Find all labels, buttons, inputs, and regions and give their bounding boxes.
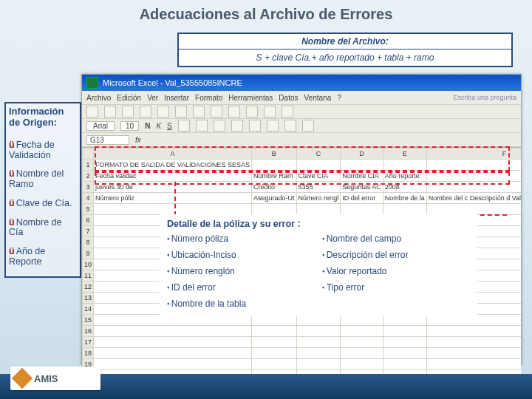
cell[interactable]: 5355 — [296, 182, 341, 193]
cell[interactable] — [383, 359, 426, 370]
underline-icon[interactable]: S — [167, 122, 172, 130]
cell[interactable] — [426, 171, 521, 182]
bold-icon[interactable]: N — [145, 122, 150, 130]
col-header[interactable]: B — [252, 149, 297, 160]
cell[interactable] — [296, 160, 341, 171]
row-header[interactable]: 16 — [83, 326, 94, 337]
cell[interactable] — [94, 326, 252, 337]
col-header[interactable]: A — [94, 149, 252, 160]
col-header[interactable]: D — [341, 149, 383, 160]
cell[interactable] — [341, 359, 383, 370]
align-left-icon[interactable] — [178, 120, 190, 132]
cell[interactable] — [426, 204, 521, 215]
cell[interactable] — [296, 326, 341, 337]
row-header[interactable]: 7 — [83, 226, 94, 237]
cell[interactable]: 2008 — [383, 182, 426, 193]
excel-toolbar-format[interactable]: Arial 10 N K S — [82, 119, 521, 133]
cell[interactable] — [252, 359, 297, 370]
save-icon[interactable] — [122, 106, 134, 117]
row-header[interactable]: 2 — [83, 171, 94, 182]
menu-item[interactable]: Edición — [117, 94, 141, 102]
cell[interactable] — [383, 160, 426, 171]
cell[interactable] — [426, 359, 521, 370]
menu-item[interactable]: ? — [337, 94, 341, 102]
row-header[interactable]: 9 — [83, 248, 94, 259]
col-header[interactable]: E — [383, 149, 426, 160]
cell[interactable] — [426, 160, 521, 171]
cell[interactable] — [341, 348, 383, 359]
cell[interactable] — [252, 337, 297, 348]
menu-item[interactable]: Insertar — [164, 94, 189, 102]
cell[interactable]: Número rengl — [296, 193, 341, 204]
select-all-corner[interactable] — [83, 149, 94, 160]
copy-icon[interactable] — [175, 106, 187, 117]
new-icon[interactable] — [86, 106, 98, 117]
cell[interactable] — [94, 348, 252, 359]
cell[interactable]: Nombre del c Descripción d Valor reporta… — [426, 193, 521, 204]
row-header[interactable]: 3 — [83, 182, 94, 193]
cell[interactable]: Seguritas AC — [341, 182, 383, 193]
cell[interactable]: ID del error — [341, 193, 383, 204]
cell[interactable] — [94, 337, 252, 348]
row-header[interactable]: 14 — [83, 304, 94, 315]
cell[interactable]: FORMATO DE SALIDA DE VALIDACIONES SESAS — [94, 160, 252, 171]
chart-icon[interactable] — [282, 106, 293, 117]
row-header[interactable]: 6 — [83, 215, 94, 226]
help-search[interactable]: Escriba una pregunta — [453, 94, 516, 101]
row-header[interactable]: 5 — [83, 204, 94, 215]
cell[interactable] — [426, 348, 521, 359]
cell[interactable] — [383, 348, 426, 359]
cell[interactable]: Asegurado-Ut — [252, 193, 297, 204]
menu-item[interactable]: Ventana — [304, 94, 331, 102]
row-header[interactable]: 4 — [83, 193, 94, 204]
cell[interactable] — [341, 337, 383, 348]
cell[interactable] — [296, 348, 341, 359]
cell[interactable] — [252, 204, 297, 215]
menu-item[interactable]: Formato — [195, 94, 222, 102]
row-header[interactable]: 11 — [83, 270, 94, 282]
cell[interactable] — [341, 160, 383, 171]
cell[interactable]: Clave CIA — [296, 171, 341, 182]
row-header[interactable]: 1 — [83, 160, 94, 171]
cell[interactable] — [252, 160, 297, 171]
percent-icon[interactable] — [249, 120, 261, 132]
cell[interactable]: Nombre Ram — [252, 171, 297, 182]
italic-icon[interactable]: K — [156, 122, 161, 130]
currency-icon[interactable] — [231, 120, 243, 132]
redo-icon[interactable] — [228, 106, 240, 117]
row-header[interactable]: 15 — [83, 315, 94, 326]
print-icon[interactable] — [140, 106, 151, 117]
row-header[interactable]: 8 — [83, 237, 94, 248]
open-icon[interactable] — [104, 106, 116, 117]
fx-icon[interactable]: fx — [135, 136, 141, 144]
cell[interactable] — [426, 326, 521, 337]
excel-toolbar-standard[interactable] — [82, 105, 521, 119]
cell[interactable] — [341, 204, 383, 215]
align-center-icon[interactable] — [196, 120, 208, 132]
menu-item[interactable]: Herramientas — [228, 94, 273, 102]
cell[interactable] — [94, 359, 252, 370]
excel-formula-bar[interactable]: G13 fx — [82, 133, 521, 147]
undo-icon[interactable] — [211, 106, 222, 117]
menu-item[interactable]: Datos — [279, 94, 298, 102]
row-header[interactable]: 12 — [83, 282, 94, 293]
cell[interactable] — [426, 337, 521, 348]
cell[interactable] — [296, 337, 341, 348]
cell[interactable]: Nombre de la — [383, 193, 426, 204]
cell[interactable]: jueves 30 de — [94, 182, 252, 193]
sort-asc-icon[interactable] — [246, 106, 258, 117]
row-header[interactable]: 10 — [83, 259, 94, 270]
sort-desc-icon[interactable] — [264, 106, 276, 117]
cell[interactable] — [94, 204, 252, 215]
cell[interactable] — [383, 326, 426, 337]
font-name-select[interactable]: Arial — [86, 121, 115, 131]
excel-menubar[interactable]: Archivo Edición Ver Insertar Formato Her… — [82, 91, 521, 105]
row-header[interactable]: 13 — [83, 293, 94, 304]
col-header[interactable]: F — [426, 149, 521, 160]
cell[interactable] — [252, 326, 297, 337]
cell[interactable]: Año reporte — [383, 171, 426, 182]
row-header[interactable]: 17 — [83, 337, 94, 348]
borders-icon[interactable] — [267, 120, 279, 132]
menu-item[interactable]: Archivo — [86, 94, 111, 102]
paste-icon[interactable] — [193, 106, 205, 117]
